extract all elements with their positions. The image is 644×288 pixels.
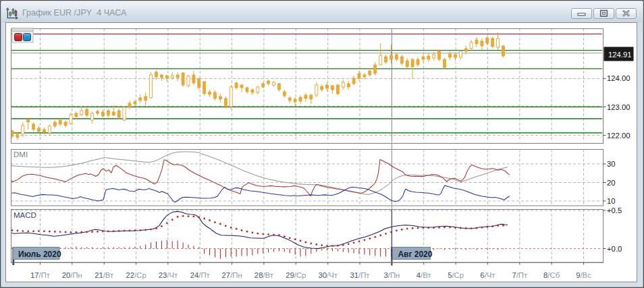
svg-text:3/Пн: 3/Пн <box>384 271 400 279</box>
svg-text:28/Вт: 28/Вт <box>254 271 273 279</box>
svg-text:5/Ср: 5/Ср <box>448 271 464 279</box>
svg-text:+0.5: +0.5 <box>607 206 622 214</box>
svg-text:MACD: MACD <box>14 211 36 219</box>
svg-text:124.00: 124.00 <box>607 74 630 82</box>
svg-text:22/Ср: 22/Ср <box>126 271 146 279</box>
svg-text:9/Вс: 9/Вс <box>576 271 591 279</box>
svg-text:20: 20 <box>607 179 616 187</box>
svg-text:4/Вт: 4/Вт <box>417 271 431 279</box>
svg-text:23/Чт: 23/Чт <box>159 271 178 279</box>
svg-text:20/Пн: 20/Пн <box>62 271 82 279</box>
svg-text:30: 30 <box>607 160 616 168</box>
svg-text:27/Пн: 27/Пн <box>222 271 242 279</box>
svg-text:17/Пт: 17/Пт <box>30 271 50 279</box>
svg-text:10: 10 <box>607 197 616 205</box>
svg-text:122.00: 122.00 <box>607 132 630 140</box>
svg-text:7/Пт: 7/Пт <box>512 271 527 279</box>
svg-text:+0.0: +0.0 <box>607 245 622 253</box>
svg-text:124.91: 124.91 <box>608 51 632 59</box>
svg-text:График EUR /JPY 4 ЧАСА: График EUR /JPY 4 ЧАСА <box>22 8 127 18</box>
svg-text:123.00: 123.00 <box>607 103 630 111</box>
svg-text:6/Чт: 6/Чт <box>480 271 495 279</box>
svg-text:Авг 2020: Авг 2020 <box>398 250 432 259</box>
svg-text:DMI: DMI <box>14 150 28 159</box>
svg-text:30/Чт: 30/Чт <box>318 271 337 279</box>
svg-text:Июль 2020: Июль 2020 <box>18 250 61 259</box>
svg-text:21/Вт: 21/Вт <box>95 271 113 279</box>
svg-text:29/Ср: 29/Ср <box>286 271 306 279</box>
svg-text:31/Пт: 31/Пт <box>350 271 369 279</box>
svg-text:24/Пт: 24/Пт <box>190 271 210 279</box>
svg-text:8/Сб: 8/Сб <box>543 271 560 279</box>
